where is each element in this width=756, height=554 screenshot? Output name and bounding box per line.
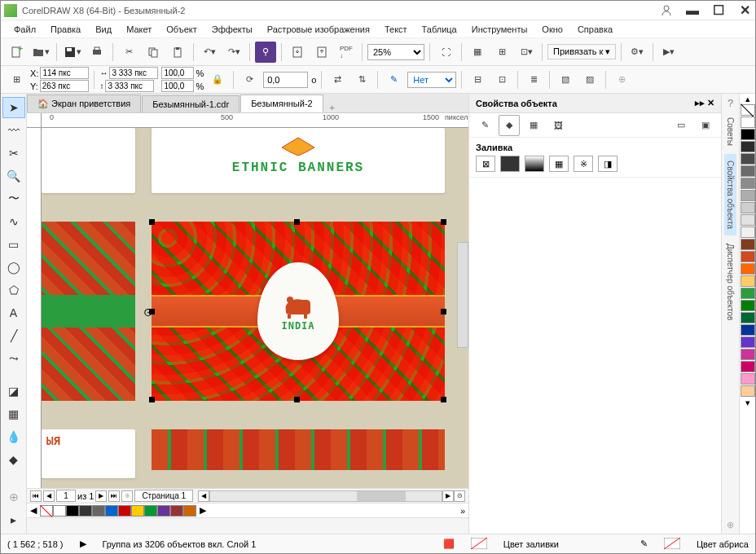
page-last[interactable]: ⏭ [108,490,120,502]
width-input[interactable] [109,67,158,79]
ellipse-tool[interactable]: ◯ [2,257,25,278]
menu-bitmap[interactable]: Растровые изображения [261,23,376,36]
rectangle-tool[interactable]: ▭ [2,234,25,255]
fill-postscript[interactable]: ◨ [598,156,618,172]
snap-button[interactable]: ⊡▾ [516,42,537,63]
palette-h-swatch-3[interactable] [92,505,105,517]
fill-fountain[interactable] [525,156,544,172]
color-swatch-18[interactable] [741,336,755,348]
fill-texture[interactable]: ※ [574,156,593,172]
menu-help[interactable]: Справка [571,23,619,36]
color-swatch-4[interactable] [741,165,755,177]
crop-tool[interactable]: ✂ [2,143,25,164]
pick-tool[interactable]: ➤ [2,97,25,118]
status-next[interactable]: ▶ [80,539,86,549]
search-button[interactable]: ⚲ [255,42,276,63]
launch-button[interactable]: ▶▾ [658,42,679,63]
color-swatch-14[interactable] [741,288,755,299]
navigator-button[interactable]: ⊙ [454,490,465,502]
panel-mode-2[interactable]: ▣ [695,115,716,136]
help-icon[interactable]: ? [727,97,733,109]
color-swatch-21[interactable] [741,373,755,385]
fill-swatch-icon[interactable]: 🟥 [443,539,455,549]
palette-menu[interactable]: » [457,506,468,516]
scrollbar-horizontal[interactable] [209,490,442,502]
menu-layout[interactable]: Макет [120,23,158,36]
palette-down[interactable]: ▾ [740,398,755,408]
mirror-h-button[interactable]: ⇄ [327,69,348,90]
user-icon[interactable] [659,3,674,18]
print-button[interactable] [86,42,108,63]
order-front-button[interactable]: ▧ [555,69,576,90]
palette-h-swatch-2[interactable] [79,505,92,517]
grid-button[interactable]: ▦ [467,42,488,63]
shape-tool[interactable]: 〰 [2,120,25,141]
color-swatch-13[interactable] [741,275,755,287]
palette-h-swatch-6[interactable] [131,505,144,517]
menu-window[interactable]: Окно [535,23,569,36]
dock-object-manager[interactable]: Диспетчер объектов [724,237,736,327]
zoom-tool[interactable]: 🔍 [2,165,25,187]
expand-toolbox[interactable]: ▸ [2,509,25,530]
page-next[interactable]: ▶ [95,490,107,502]
paste-button[interactable] [167,42,188,63]
menu-text[interactable]: Текст [378,23,414,36]
fill-tool[interactable]: ◆ [2,449,25,470]
fill-pattern[interactable]: ▦ [549,156,569,172]
panel-bitmap-tab[interactable]: 🖼 [547,115,569,136]
export-button[interactable] [311,42,332,63]
panel-outline-tab[interactable]: ✎ [474,115,495,136]
options-button[interactable]: ⚙▾ [626,42,648,63]
page-prev[interactable]: ◀ [43,490,55,502]
guides-button[interactable]: ⊞ [491,42,512,63]
scrollbar-vertical[interactable] [457,242,468,348]
x-input[interactable] [40,67,89,79]
ruler-corner[interactable] [27,113,42,128]
panel-transparency-tab[interactable]: ▦ [523,115,544,136]
tab-add[interactable]: + [324,103,341,112]
palette-h-swatch-1[interactable] [66,505,79,517]
color-swatch-12[interactable] [741,263,755,275]
menu-object[interactable]: Объект [160,23,203,36]
convert-curves-button[interactable]: ⊕ [611,69,632,90]
y-input[interactable] [40,80,89,92]
no-color-swatch[interactable] [40,505,53,517]
dock-properties[interactable]: Свойства объекта [724,154,736,235]
palette-left[interactable]: ◀ [27,505,40,516]
color-swatch-8[interactable] [741,214,755,226]
color-swatch-22[interactable] [741,385,755,397]
save-button[interactable]: ▾ [62,42,83,63]
ungroup-button[interactable]: ⊟ [467,69,488,90]
page-num-input[interactable] [56,490,76,502]
page-tab-1[interactable]: Страница 1 [134,490,193,502]
pdf-button[interactable]: PDF↓ [336,42,357,63]
scale-x-input[interactable] [161,67,194,79]
color-swatch-2[interactable] [741,141,755,152]
outline-pen-status-icon[interactable]: ✎ [640,539,648,549]
menu-effects[interactable]: Эффекты [205,23,259,36]
text-tool[interactable]: A [2,302,25,323]
angle-input[interactable] [263,72,308,88]
snap-to-dropdown[interactable]: Привязать к ▾ [547,44,616,59]
fill-none[interactable]: ⊠ [476,156,495,172]
freehand-tool[interactable]: 〜 [2,188,25,209]
lock-ratio-button[interactable]: 🔒 [207,69,228,90]
canvas[interactable]: ETHNIC BANNERS INDIA [42,128,468,488]
transparency-tool[interactable]: ▦ [2,403,25,424]
color-swatch-9[interactable] [741,226,755,238]
object-origin-button[interactable]: ⊞ [6,69,27,90]
color-swatch-19[interactable] [741,349,755,360]
copy-button[interactable] [143,42,164,63]
menu-file[interactable]: Файл [7,23,42,36]
palette-right[interactable]: ▶ [196,505,209,516]
palette-h-swatch-8[interactable] [157,505,170,517]
mirror-v-button[interactable]: ⇅ [351,69,372,90]
connector-tool[interactable]: ⤳ [2,348,25,369]
palette-h-swatch-7[interactable] [144,505,157,517]
dock-add[interactable]: ⊕ [727,520,734,530]
palette-h-swatch-0[interactable] [53,505,66,517]
no-fill-swatch[interactable] [741,104,755,116]
zoom-select[interactable]: 25% [367,44,424,60]
fill-solid[interactable] [500,156,520,172]
panel-collapse[interactable]: ▸▸ ✕ [695,98,714,108]
